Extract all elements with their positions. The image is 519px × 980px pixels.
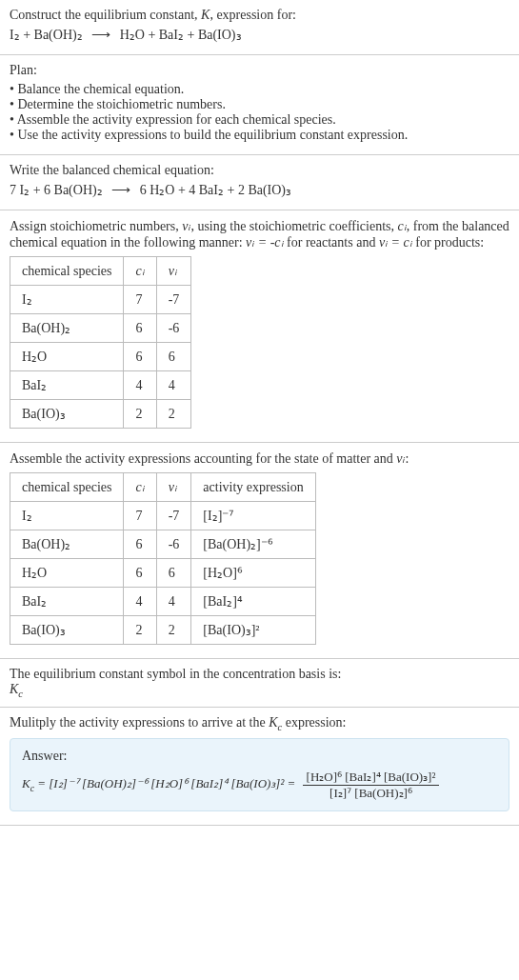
cell-expr: [BaI₂]⁴	[191, 588, 315, 616]
cell-species: Ba(IO)₃	[10, 400, 124, 429]
multiply-intro: Mulitply the activity expressions to arr…	[10, 715, 509, 732]
cell-c: 6	[124, 530, 156, 559]
stoich-text: , using the stoichiometric coefficients,	[190, 219, 397, 233]
col-expr: activity expression	[191, 473, 315, 502]
plan-item: Determine the stoichiometric numbers.	[10, 97, 509, 112]
cell-species: Ba(IO)₃	[10, 616, 124, 645]
cell-nu: 4	[156, 371, 191, 400]
table-row: I₂ 7 -7	[10, 286, 191, 314]
col-species: chemical species	[10, 473, 124, 502]
frac-numerator: [H₂O]⁶ [BaI₂]⁴ [Ba(IO)₃]²	[303, 770, 440, 786]
col-c: cᵢ	[124, 473, 156, 502]
stoich-table: chemical species cᵢ νᵢ I₂ 7 -7 Ba(OH)₂ 6…	[10, 256, 191, 429]
plan-item: Use the activity expressions to build th…	[10, 128, 509, 143]
kc-symbol: Kc	[10, 682, 509, 699]
prompt-text: Construct the equilibrium constant, K, e…	[10, 8, 509, 23]
cell-nu: -6	[156, 314, 191, 343]
cell-c: 6	[124, 343, 156, 371]
arrow-icon: ⟶	[111, 182, 130, 198]
col-c: cᵢ	[124, 257, 156, 286]
kc-symbol-line1: The equilibrium constant symbol in the c…	[10, 667, 509, 682]
activity-table: chemical species cᵢ νᵢ activity expressi…	[10, 472, 316, 645]
table-row: Ba(IO)₃ 2 2	[10, 400, 191, 429]
prompt-part2: , expression for:	[210, 8, 296, 22]
answer-box: Answer: Kc = [I₂]⁻⁷ [Ba(OH)₂]⁻⁶ [H₂O]⁶ […	[10, 738, 509, 811]
cell-c: 4	[124, 588, 156, 616]
table-row: BaI₂ 4 4 [BaI₂]⁴	[10, 588, 316, 616]
kc-expression: Kc = [I₂]⁻⁷ [Ba(OH)₂]⁻⁶ [H₂O]⁶ [BaI₂]⁴ […	[22, 770, 497, 801]
cell-c: 2	[124, 616, 156, 645]
cell-species: BaI₂	[10, 588, 124, 616]
cell-nu: 6	[156, 559, 191, 588]
col-nu: νᵢ	[156, 473, 191, 502]
cell-nu: 2	[156, 616, 191, 645]
unbalanced-equation: I₂ + Ba(OH)₂ ⟶ H₂O + BaI₂ + Ba(IO)₃	[10, 27, 509, 43]
arrow-icon: ⟶	[91, 27, 110, 43]
table-header-row: chemical species cᵢ νᵢ activity expressi…	[10, 473, 316, 502]
table-row: I₂ 7 -7 [I₂]⁻⁷	[10, 502, 316, 530]
cell-c: 7	[124, 502, 156, 530]
cell-nu: -7	[156, 286, 191, 314]
cell-nu: -7	[156, 502, 191, 530]
prompt-section: Construct the equilibrium constant, K, e…	[0, 0, 519, 55]
cell-c: 6	[124, 314, 156, 343]
eq-rhs: H₂O + BaI₂ + Ba(IO)₃	[120, 28, 242, 42]
activity-text: Assemble the activity expressions accoun…	[10, 451, 396, 466]
cell-c: 6	[124, 559, 156, 588]
cell-species: Ba(OH)₂	[10, 530, 124, 559]
cell-expr: [H₂O]⁶	[191, 559, 315, 588]
prompt-part1: Construct the equilibrium constant,	[10, 8, 201, 22]
col-species: chemical species	[10, 257, 124, 286]
cell-expr: [I₂]⁻⁷	[191, 502, 315, 530]
table-row: BaI₂ 4 4	[10, 371, 191, 400]
stoich-intro: Assign stoichiometric numbers, νᵢ, using…	[10, 218, 509, 250]
plan-section: Plan: Balance the chemical equation. Det…	[0, 55, 519, 155]
stoich-text: Assign stoichiometric numbers,	[10, 219, 182, 233]
cell-expr: [Ba(IO)₃]²	[191, 616, 315, 645]
cell-nu: 6	[156, 343, 191, 371]
multiply-text2: expression:	[282, 715, 346, 730]
plan-item: Balance the chemical equation.	[10, 82, 509, 97]
table-row: Ba(IO)₃ 2 2 [Ba(IO)₃]²	[10, 616, 316, 645]
balanced-intro: Write the balanced chemical equation:	[10, 163, 509, 178]
cell-c: 2	[124, 400, 156, 429]
frac-denominator: [I₂]⁷ [Ba(OH)₂]⁶	[303, 786, 440, 801]
cell-nu: 2	[156, 400, 191, 429]
activity-section: Assemble the activity expressions accoun…	[0, 443, 519, 659]
cell-nu: 4	[156, 588, 191, 616]
table-row: H₂O 6 6	[10, 343, 191, 371]
cell-species: Ba(OH)₂	[10, 314, 124, 343]
kc-fraction: [H₂O]⁶ [BaI₂]⁴ [Ba(IO)₃]² [I₂]⁷ [Ba(OH)₂…	[303, 770, 440, 801]
colon: :	[406, 451, 409, 466]
cell-expr: [Ba(OH)₂]⁻⁶	[191, 530, 315, 559]
relation: νᵢ = cᵢ	[379, 235, 412, 250]
answer-label: Answer:	[22, 749, 497, 764]
kc-lhs: Kc = [I₂]⁻⁷ [Ba(OH)₂]⁻⁶ [H₂O]⁶ [BaI₂]⁴ […	[22, 776, 295, 790]
eq-lhs: I₂ + Ba(OH)₂	[10, 28, 83, 42]
cell-species: H₂O	[10, 343, 124, 371]
plan-list: Balance the chemical equation. Determine…	[10, 82, 509, 143]
c-symbol: cᵢ	[398, 219, 407, 233]
stoich-section: Assign stoichiometric numbers, νᵢ, using…	[0, 210, 519, 443]
cell-c: 7	[124, 286, 156, 314]
nu-symbol: νᵢ	[396, 451, 405, 466]
cell-c: 4	[124, 371, 156, 400]
cell-species: I₂	[10, 502, 124, 530]
prompt-k: K	[201, 8, 210, 22]
multiply-text: Mulitply the activity expressions to arr…	[10, 715, 269, 730]
stoich-text: for products:	[412, 235, 484, 250]
balanced-rhs: 6 H₂O + 4 BaI₂ + 2 Ba(IO)₃	[140, 183, 291, 197]
col-nu: νᵢ	[156, 257, 191, 286]
relation: νᵢ = -cᵢ	[246, 235, 284, 250]
cell-species: BaI₂	[10, 371, 124, 400]
table-header-row: chemical species cᵢ νᵢ	[10, 257, 191, 286]
balanced-lhs: 7 I₂ + 6 Ba(OH)₂	[10, 183, 103, 197]
stoich-text: for reactants and	[284, 235, 379, 250]
table-row: Ba(OH)₂ 6 -6 [Ba(OH)₂]⁻⁶	[10, 530, 316, 559]
table-row: Ba(OH)₂ 6 -6	[10, 314, 191, 343]
cell-species: I₂	[10, 286, 124, 314]
table-row: H₂O 6 6 [H₂O]⁶	[10, 559, 316, 588]
balanced-equation: 7 I₂ + 6 Ba(OH)₂ ⟶ 6 H₂O + 4 BaI₂ + 2 Ba…	[10, 182, 509, 198]
cell-species: H₂O	[10, 559, 124, 588]
cell-nu: -6	[156, 530, 191, 559]
